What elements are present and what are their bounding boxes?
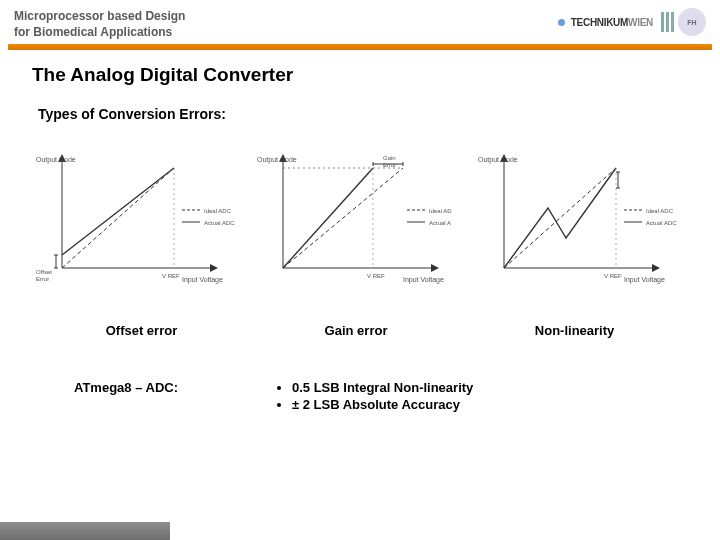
chart-offset: Output Code Input Voltage V REF OffsetEr… <box>32 150 245 285</box>
chart-nonlin-svg: Output Code Input Voltage V REF Ideal AD… <box>476 150 686 285</box>
gain-annot: GainError <box>383 155 396 168</box>
spec-item: ± 2 LSB Absolute Accuracy <box>292 397 473 412</box>
chart-nonlinearity: Output Code Input Voltage V REF Ideal AD… <box>475 150 688 285</box>
legend-actual: Actual ADC <box>204 220 235 226</box>
offset-annot: OffsetError <box>36 269 52 282</box>
y-axis-label: Output Code <box>36 156 76 164</box>
vref-label: V REF <box>604 273 622 279</box>
svg-line-16 <box>283 168 403 268</box>
chart-offset-svg: Output Code Input Voltage V REF OffsetEr… <box>34 150 244 285</box>
chart-gain: Output Code Input Voltage V REF GainErro… <box>253 150 466 285</box>
logo-text: TECHNIKUMWIEN <box>571 17 653 28</box>
y-axis-label: Output Code <box>478 156 518 164</box>
legend-actual: Actual ADC <box>646 220 677 226</box>
x-axis-label: Input Voltage <box>403 276 444 284</box>
subtitle: Types of Conversion Errors: <box>38 106 688 122</box>
page-title: The Analog Digital Converter <box>32 64 688 86</box>
vref-label: V REF <box>162 273 180 279</box>
svg-line-29 <box>504 168 616 268</box>
spec-item: 0.5 LSB Integral Non-linearity <box>292 380 473 395</box>
slide-header: Microprocessor based Design for Biomedic… <box>0 0 720 44</box>
charts-row: Output Code Input Voltage V REF OffsetEr… <box>32 150 688 285</box>
legend-actual: Actual A <box>429 220 451 226</box>
logo-dot-icon <box>558 19 565 26</box>
vref-label: V REF <box>367 273 385 279</box>
svg-line-4 <box>62 168 174 268</box>
slide-content: The Analog Digital Converter Types of Co… <box>0 50 720 414</box>
caption-nonlin: Non-linearity <box>535 323 614 338</box>
header-logo: TECHNIKUMWIEN FH <box>558 8 706 36</box>
logo-bars-icon <box>661 12 674 32</box>
svg-line-17 <box>283 168 373 268</box>
legend-ideal: Ideal ADC <box>646 208 674 214</box>
x-axis-label: Input Voltage <box>624 276 665 284</box>
svg-marker-3 <box>210 264 218 272</box>
atmega-label: ATmega8 – ADC: <box>74 380 274 395</box>
legend-ideal: Ideal ADC <box>204 208 232 214</box>
y-axis-label: Output Code <box>257 156 297 164</box>
footer-strip <box>0 522 170 540</box>
header-line2: for Biomedical Applications <box>14 24 185 40</box>
logo-text-b: WIEN <box>628 17 653 28</box>
logo-badge-icon: FH <box>678 8 706 36</box>
svg-marker-15 <box>431 264 439 272</box>
svg-marker-28 <box>652 264 660 272</box>
chart-captions: Offset error Gain error Non-linearity <box>32 323 688 338</box>
header-line1: Microprocessor based Design <box>14 8 185 24</box>
caption-offset: Offset error <box>106 323 178 338</box>
svg-line-5 <box>62 168 174 255</box>
chart-gain-svg: Output Code Input Voltage V REF GainErro… <box>255 150 465 285</box>
caption-gain: Gain error <box>325 323 388 338</box>
bottom-row: ATmega8 – ADC: 0.5 LSB Integral Non-line… <box>32 380 688 414</box>
specs-list: 0.5 LSB Integral Non-linearity ± 2 LSB A… <box>274 380 473 414</box>
header-title-block: Microprocessor based Design for Biomedic… <box>14 8 185 40</box>
x-axis-label: Input Voltage <box>182 276 223 284</box>
legend-ideal: Ideal AD <box>429 208 452 214</box>
logo-text-a: TECHNIKUM <box>571 17 628 28</box>
